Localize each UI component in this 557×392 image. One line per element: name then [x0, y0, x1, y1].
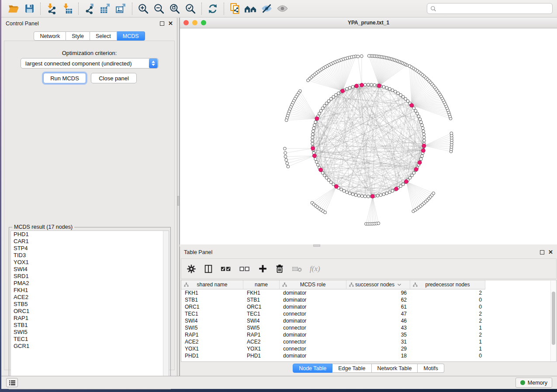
- graph-node[interactable]: [285, 158, 288, 162]
- table-cell[interactable]: 96: [346, 289, 410, 296]
- graph-node[interactable]: [286, 162, 289, 165]
- graph-dominator-node[interactable]: [360, 83, 364, 87]
- graph-node[interactable]: [319, 110, 322, 113]
- graph-node[interactable]: [284, 151, 287, 155]
- criterion-select[interactable]: largest connected component (undirected): [21, 58, 159, 69]
- graph-dominator-node[interactable]: [311, 146, 315, 150]
- mcds-result-item[interactable]: YOX1: [11, 259, 169, 266]
- graph-node[interactable]: [450, 132, 453, 135]
- task-history-button[interactable]: [6, 378, 18, 387]
- zoom-selected-icon[interactable]: [183, 1, 198, 16]
- table-cell[interactable]: FKH1: [243, 289, 280, 296]
- table-cell[interactable]: dominator: [280, 352, 346, 359]
- graph-node[interactable]: [385, 192, 388, 195]
- show-columns-icon[interactable]: [204, 264, 213, 274]
- hide-selected-icon[interactable]: [259, 1, 274, 16]
- graph-node[interactable]: [376, 194, 379, 197]
- graph-node[interactable]: [307, 79, 310, 82]
- table-row[interactable]: STB1STB1dominator620: [181, 296, 551, 303]
- table-cell[interactable]: dominator: [280, 296, 346, 303]
- graph-node[interactable]: [363, 195, 367, 198]
- tab-edge-table[interactable]: Edge Table: [332, 364, 371, 373]
- table-row[interactable]: PHD1PHD1dominator180: [181, 352, 551, 359]
- table-cell[interactable]: 1: [410, 338, 485, 345]
- mcds-result-item[interactable]: GCR1: [11, 343, 169, 350]
- mcds-result-item[interactable]: TID3: [11, 252, 169, 259]
- graph-node[interactable]: [315, 161, 318, 164]
- table-settings-gear-icon[interactable]: [187, 264, 196, 274]
- table-row[interactable]: ORC1ORC1dominator610: [181, 303, 551, 310]
- column-header-shared-name[interactable]: shared name: [181, 280, 243, 289]
- graph-node[interactable]: [422, 133, 426, 136]
- export-table-icon[interactable]: [97, 1, 113, 16]
- graph-node[interactable]: [311, 139, 314, 142]
- table-cell[interactable]: STB1: [243, 296, 280, 303]
- table-cell[interactable]: ACE2: [181, 338, 243, 345]
- graph-node[interactable]: [388, 191, 391, 194]
- graph-node[interactable]: [357, 194, 360, 197]
- graph-node[interactable]: [321, 107, 324, 110]
- graph-dominator-node[interactable]: [422, 149, 426, 153]
- graph-node[interactable]: [346, 87, 349, 90]
- graph-node[interactable]: [377, 222, 380, 225]
- graph-node[interactable]: [313, 124, 316, 127]
- table-row[interactable]: SWI4SWI4dominator462: [181, 317, 551, 324]
- select-all-icon[interactable]: [221, 265, 232, 273]
- tab-mcds[interactable]: MCDS: [117, 31, 145, 41]
- table-row[interactable]: RAP1RAP1dominator352: [181, 331, 551, 338]
- import-table-icon[interactable]: [59, 1, 75, 16]
- table-cell[interactable]: TEC1: [243, 310, 280, 317]
- graph-node[interactable]: [367, 195, 370, 198]
- column-header-mcds-role[interactable]: MCDS role: [280, 280, 346, 289]
- table-cell[interactable]: 43: [346, 324, 410, 331]
- table-cell[interactable]: PHD1: [181, 352, 243, 359]
- graph-node[interactable]: [284, 147, 287, 150]
- graph-node[interactable]: [351, 86, 354, 89]
- mcds-result-item[interactable]: ORC1: [11, 308, 169, 315]
- table-row[interactable]: SWI5SWI5connector431: [181, 324, 551, 331]
- column-header-successor-nodes[interactable]: successor nodes: [346, 280, 410, 289]
- graph-dominator-node[interactable]: [422, 144, 426, 148]
- graph-node[interactable]: [419, 118, 422, 121]
- table-cell[interactable]: 46: [346, 317, 410, 324]
- graph-node[interactable]: [360, 195, 363, 198]
- import-network-icon[interactable]: [44, 1, 59, 16]
- graph-node[interactable]: [388, 87, 391, 90]
- graph-node[interactable]: [391, 189, 394, 193]
- memory-button[interactable]: Memory: [515, 378, 552, 388]
- graph-node[interactable]: [419, 158, 422, 161]
- deselect-all-icon[interactable]: [239, 265, 251, 273]
- graph-node[interactable]: [337, 92, 340, 95]
- mcds-result-item[interactable]: ACE2: [11, 294, 169, 301]
- table-cell[interactable]: ORC1: [243, 303, 280, 310]
- graph-node[interactable]: [285, 119, 288, 122]
- column-header-predecessor-nodes[interactable]: predecessor nodes: [410, 280, 485, 289]
- graph-node[interactable]: [311, 142, 314, 145]
- graph-node[interactable]: [373, 83, 376, 86]
- graph-dominator-node[interactable]: [405, 180, 408, 184]
- graph-node[interactable]: [379, 193, 382, 196]
- table-cell[interactable]: 0: [410, 303, 485, 310]
- mcds-result-item[interactable]: PHD1: [11, 231, 169, 238]
- graph-node[interactable]: [367, 55, 370, 58]
- splitter-grip[interactable]: [177, 196, 179, 206]
- mcds-result-list[interactable]: PHD1CAR1STP4TID3YOX1SWI4SRD1PMA2FKH1ACE2…: [10, 230, 169, 388]
- table-cell[interactable]: dominator: [280, 289, 346, 296]
- table-cell[interactable]: 61: [346, 303, 410, 310]
- graph-node[interactable]: [363, 83, 367, 86]
- show-all-icon[interactable]: [274, 1, 290, 16]
- graph-dominator-node[interactable]: [414, 168, 418, 172]
- mcds-result-item[interactable]: STP4: [11, 245, 169, 252]
- graph-dominator-node[interactable]: [410, 103, 414, 107]
- graph-dominator-node[interactable]: [341, 89, 345, 93]
- table-cell[interactable]: connector: [280, 338, 346, 345]
- zoom-fit-icon[interactable]: [167, 1, 183, 16]
- table-cell[interactable]: dominator: [280, 317, 346, 324]
- graph-node[interactable]: [343, 189, 346, 193]
- table-cell[interactable]: SWI5: [181, 324, 243, 331]
- table-row[interactable]: TEC1TEC1connector472: [181, 310, 551, 317]
- tab-motifs[interactable]: Motifs: [418, 364, 444, 373]
- table-cell[interactable]: 47: [346, 310, 410, 317]
- export-image-icon[interactable]: [113, 1, 129, 16]
- graph-node[interactable]: [284, 155, 287, 158]
